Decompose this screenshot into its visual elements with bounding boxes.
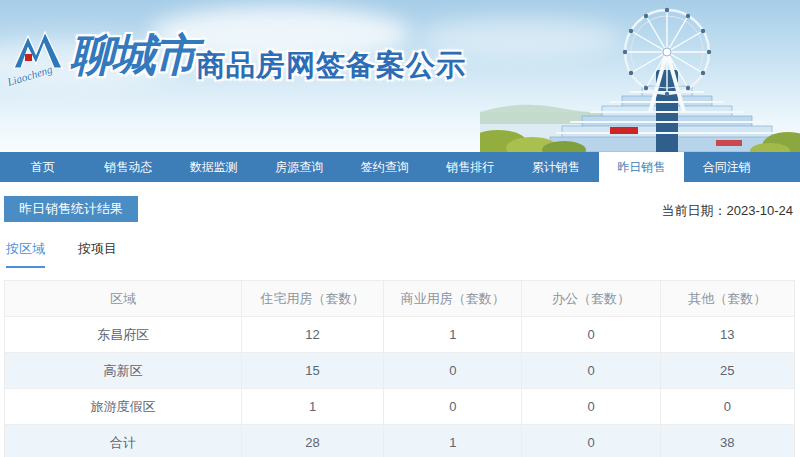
col-header-other: 其他（套数） [660, 281, 794, 317]
site-banner: Liaocheng 聊城市 商品房网签备案公示 [0, 0, 800, 152]
cell-value: 13 [660, 317, 794, 353]
main-content: 昨日销售统计结果 当前日期：2023-10-24 按区域 按项目 区域 住宅用房… [0, 196, 800, 457]
cell-region: 合计 [5, 425, 242, 457]
view-tabs: 按区域 按项目 [6, 240, 795, 268]
nav-item-sales-dynamics[interactable]: 销售动态 [86, 152, 172, 182]
cell-value: 1 [384, 425, 522, 457]
cell-value: 0 [384, 353, 522, 389]
table-row: 高新区 15 0 0 25 [5, 353, 795, 389]
cell-value: 0 [522, 353, 660, 389]
brand-block: Liaocheng 聊城市 商品房网签备案公示 [0, 0, 480, 152]
cell-value: 0 [384, 389, 522, 425]
table-row: 东昌府区 12 1 0 13 [5, 317, 795, 353]
section-title-badge: 昨日销售统计结果 [4, 196, 138, 222]
nav-item-cumulative-sales[interactable]: 累计销售 [513, 152, 599, 182]
tab-by-project[interactable]: 按项目 [78, 240, 117, 268]
nav-item-data-monitor[interactable]: 数据监测 [171, 152, 257, 182]
cell-value: 1 [242, 389, 384, 425]
cell-value: 0 [522, 389, 660, 425]
cell-region: 旅游度假区 [5, 389, 242, 425]
cell-value: 0 [522, 317, 660, 353]
cell-region: 东昌府区 [5, 317, 242, 353]
tab-by-region[interactable]: 按区域 [6, 240, 45, 268]
page: Liaocheng 聊城市 商品房网签备案公示 首页 销售动态 数据监测 房源查… [0, 0, 800, 457]
nav-item-home[interactable]: 首页 [0, 152, 86, 182]
cell-value: 15 [242, 353, 384, 389]
banner-photo [480, 0, 800, 152]
nav-item-sales-ranking[interactable]: 销售排行 [428, 152, 514, 182]
cell-value: 0 [660, 389, 794, 425]
table-header-row: 区域 住宅用房（套数） 商业用房（套数） 办公（套数） 其他（套数） [5, 281, 795, 317]
cell-region: 高新区 [5, 353, 242, 389]
cell-value: 25 [660, 353, 794, 389]
cell-value: 0 [522, 425, 660, 457]
current-date-value: 2023-10-24 [727, 203, 794, 218]
nav-item-listing-query[interactable]: 房源查询 [257, 152, 343, 182]
table-row: 旅游度假区 1 0 0 0 [5, 389, 795, 425]
cell-value: 12 [242, 317, 384, 353]
current-date-label: 当前日期： [662, 203, 727, 218]
cell-value: 1 [384, 317, 522, 353]
nav-item-contract-query[interactable]: 签约查询 [342, 152, 428, 182]
nav-item-contract-cancel[interactable]: 合同注销 [684, 152, 770, 182]
cell-value: 38 [660, 425, 794, 457]
current-date: 当前日期：2023-10-24 [662, 202, 794, 220]
sales-stats-table: 区域 住宅用房（套数） 商业用房（套数） 办公（套数） 其他（套数） 东昌府区 … [4, 280, 795, 457]
col-header-office: 办公（套数） [522, 281, 660, 317]
cell-value: 28 [242, 425, 384, 457]
site-title: 商品房网签备案公示 [196, 46, 466, 86]
table-row-total: 合计 28 1 0 38 [5, 425, 795, 457]
col-header-region: 区域 [5, 281, 242, 317]
col-header-residential: 住宅用房（套数） [242, 281, 384, 317]
main-nav: 首页 销售动态 数据监测 房源查询 签约查询 销售排行 累计销售 昨日销售 合同… [0, 152, 800, 182]
nav-item-yesterday-sales[interactable]: 昨日销售 [599, 152, 685, 186]
city-name: 聊城市 [70, 26, 196, 85]
col-header-commercial: 商业用房（套数） [384, 281, 522, 317]
